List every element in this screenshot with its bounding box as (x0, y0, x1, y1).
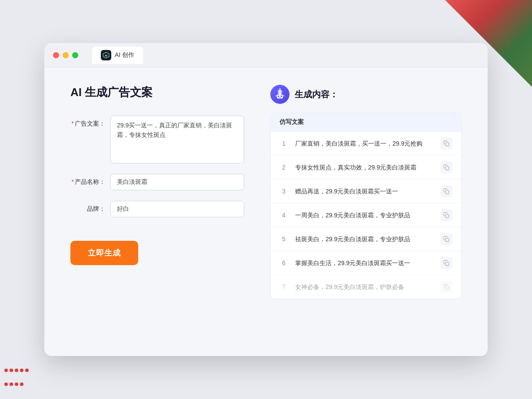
svg-rect-17 (446, 238, 449, 242)
decorative-corner-bottom-left (0, 364, 35, 399)
browser-window: AI AI 创作 AI 生成广告文案 *广告文案： *产品名称： (44, 43, 488, 356)
table-row: 7女神必备，29.9元美白淡斑霜，护肤必备 (271, 275, 461, 299)
row-number: 5 (279, 236, 288, 243)
copy-button[interactable] (440, 233, 452, 245)
table-row: 1厂家直销，美白淡斑霜，买一送一，29.9元抢购 (271, 131, 461, 155)
svg-rect-16 (446, 214, 449, 218)
tab-label: AI 创作 (115, 51, 134, 59)
minimize-button[interactable] (63, 52, 69, 58)
svg-text:AI: AI (105, 54, 107, 57)
copy-button[interactable] (440, 161, 452, 173)
svg-rect-14 (446, 166, 449, 170)
table-row: 6掌握美白生活，29.9元美白淡斑霜买一送一 (271, 251, 461, 275)
required-mark-2: * (72, 178, 74, 185)
table-row: 4一周美白，29.9元美白淡斑霜，专业护肤品 (271, 203, 461, 227)
page-title: AI 生成广告文案 (70, 85, 244, 100)
row-number: 4 (279, 212, 288, 219)
row-text: 专抹女性斑点，真实功效，29.9元美白淡斑霜 (295, 163, 433, 172)
svg-point-8 (281, 91, 282, 93)
copy-button[interactable] (440, 209, 452, 221)
close-button[interactable] (53, 52, 59, 58)
ad-copy-input[interactable] (110, 116, 244, 163)
ai-tab[interactable]: AI AI 创作 (92, 47, 143, 64)
robot-icon (270, 85, 289, 104)
ad-copy-group: *广告文案： (70, 116, 244, 163)
copy-button[interactable] (440, 137, 452, 150)
left-panel: AI 生成广告文案 *广告文案： *产品名称： 品牌： 立 (70, 85, 244, 299)
title-bar: AI AI 创作 (44, 43, 488, 67)
table-row: 3赠品再送，29.9元美白淡斑霜买一送一 (271, 179, 461, 203)
row-text: 女神必备，29.9元美白淡斑霜，护肤必备 (295, 283, 433, 292)
copy-button[interactable] (440, 257, 452, 269)
copy-button[interactable] (440, 185, 452, 197)
brand-group: 品牌： (70, 201, 244, 217)
svg-rect-15 (446, 190, 449, 194)
ai-tab-icon: AI (101, 50, 111, 60)
copy-button[interactable] (440, 281, 452, 293)
row-number: 2 (279, 164, 288, 171)
row-number: 6 (279, 259, 288, 266)
product-name-label: *产品名称： (70, 174, 105, 186)
result-header: 生成内容： (270, 85, 462, 104)
result-rows-container: 1厂家直销，美白淡斑霜，买一送一，29.9元抢购2专抹女性斑点，真实功效，29.… (271, 131, 461, 299)
row-text: 掌握美白生活，29.9元美白淡斑霜买一送一 (295, 259, 433, 268)
svg-rect-13 (446, 143, 449, 146)
row-number: 3 (279, 188, 288, 195)
svg-point-10 (279, 88, 281, 90)
generate-button[interactable]: 立即生成 (70, 241, 138, 265)
svg-point-4 (278, 96, 279, 97)
svg-rect-19 (446, 286, 449, 289)
table-row: 2专抹女性斑点，真实功效，29.9元美白淡斑霜 (271, 155, 461, 179)
svg-point-7 (278, 91, 279, 93)
traffic-lights (53, 52, 78, 58)
row-text: 一周美白，29.9元美白淡斑霜，专业护肤品 (295, 211, 433, 220)
result-table: 仿写文案 1厂家直销，美白淡斑霜，买一送一，29.9元抢购2专抹女性斑点，真实功… (270, 113, 462, 299)
brand-label: 品牌： (70, 201, 105, 213)
product-name-input[interactable] (110, 174, 244, 190)
right-panel: 生成内容： 仿写文案 1厂家直销，美白淡斑霜，买一送一，29.9元抢购2专抹女性… (270, 85, 462, 299)
maximize-button[interactable] (72, 52, 78, 58)
row-number: 1 (279, 140, 288, 147)
svg-rect-6 (279, 97, 281, 98)
brand-input[interactable] (110, 201, 244, 217)
ad-copy-label: *广告文案： (70, 116, 105, 128)
product-name-group: *产品名称： (70, 174, 244, 190)
row-text: 祛斑美白，29.9元美白淡斑霜，专业护肤品 (295, 235, 433, 244)
table-header: 仿写文案 (271, 113, 461, 131)
required-mark-1: * (72, 120, 74, 127)
table-row: 5祛斑美白，29.9元美白淡斑霜，专业护肤品 (271, 227, 461, 251)
row-number: 7 (279, 283, 288, 290)
result-title: 生成内容： (295, 89, 338, 100)
svg-point-5 (281, 96, 283, 97)
content-area: AI 生成广告文案 *广告文案： *产品名称： 品牌： 立 (44, 67, 488, 316)
row-text: 赠品再送，29.9元美白淡斑霜买一送一 (295, 187, 433, 196)
svg-rect-18 (446, 262, 449, 266)
row-text: 厂家直销，美白淡斑霜，买一送一，29.9元抢购 (295, 139, 433, 148)
